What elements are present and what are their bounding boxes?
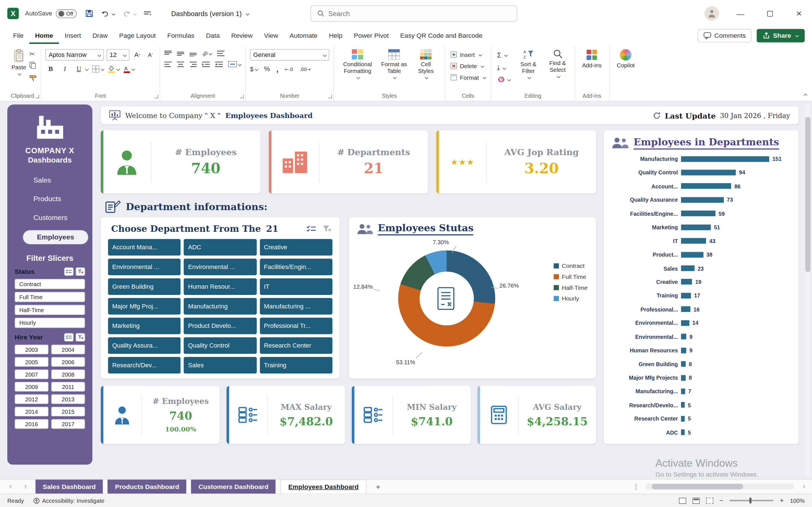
sheet-tab[interactable]: Products Dashboard	[108, 480, 186, 494]
decrease-indent-button[interactable]	[202, 61, 210, 67]
scroll-right-button[interactable]	[802, 485, 805, 489]
vertical-scrollbar[interactable]	[805, 103, 811, 477]
sort-filter-button[interactable]: AZ Sort & Filter	[515, 47, 542, 81]
align-right-button[interactable]	[190, 61, 197, 67]
department-button[interactable]: Environmental ...	[184, 259, 257, 275]
hire-year-option[interactable]: 2016	[15, 419, 49, 429]
minimize-button[interactable]: —	[733, 6, 749, 21]
align-left-button[interactable]	[164, 61, 172, 67]
department-button[interactable]: Human Resour...	[184, 278, 257, 295]
department-button[interactable]: ADC	[184, 239, 257, 256]
zoom-in-button[interactable]: +	[780, 497, 784, 504]
underline-button[interactable]: U	[73, 64, 84, 75]
workbook-name-menu[interactable]: Dashboards (version 1)	[171, 10, 249, 17]
zoom-slider[interactable]	[730, 500, 773, 501]
next-sheet-button[interactable]	[23, 485, 27, 489]
bar[interactable]	[681, 348, 686, 353]
increase-indent-button[interactable]	[215, 61, 223, 67]
fill-button[interactable]: ⤓	[496, 63, 512, 72]
bar[interactable]	[681, 224, 711, 230]
bar[interactable]	[681, 402, 684, 408]
orientation-button[interactable]: ab	[202, 51, 212, 56]
insert-cells-button[interactable]: Insert	[449, 50, 483, 59]
autosum-button[interactable]: Σ	[496, 50, 512, 60]
department-button[interactable]: Account Mana...	[108, 239, 181, 256]
hire-year-option[interactable]: 2004	[51, 344, 85, 354]
sheet-options-button[interactable]: ⋮	[632, 483, 639, 491]
bar[interactable]	[681, 320, 689, 326]
hire-year-option[interactable]: 2011	[51, 382, 85, 392]
hire-year-option[interactable]: 2007	[15, 369, 49, 379]
ribbon-tab[interactable]: Insert	[59, 27, 87, 44]
department-button[interactable]: Marketing	[108, 318, 181, 334]
font-size-combo[interactable]: 12	[107, 49, 130, 60]
autosave-control[interactable]: AutoSave Off	[25, 9, 77, 18]
department-button[interactable]: IT	[260, 278, 333, 295]
save-button[interactable]	[85, 9, 94, 17]
page-break-view-button[interactable]	[706, 497, 713, 504]
bar[interactable]	[681, 361, 686, 367]
bar[interactable]	[681, 334, 686, 339]
hire-year-option[interactable]: 2014	[15, 407, 49, 416]
bar[interactable]	[681, 211, 715, 216]
accounting-format-button[interactable]: $	[250, 65, 258, 73]
cut-button[interactable]: ✂	[29, 50, 37, 58]
hire-year-option[interactable]: 2017	[51, 419, 85, 429]
center-button[interactable]	[177, 61, 185, 67]
underline-options-chevron[interactable]	[85, 67, 89, 71]
bar[interactable]	[681, 375, 686, 381]
sidebar-nav-item[interactable]: Products	[7, 192, 93, 206]
department-button[interactable]: Facilities/Engin...	[260, 259, 333, 275]
bar[interactable]	[681, 156, 769, 162]
merge-center-button[interactable]	[228, 61, 241, 67]
department-button[interactable]: Product Develo...	[184, 318, 257, 334]
italic-button[interactable]: I	[59, 64, 70, 75]
hire-year-option[interactable]: 2005	[15, 357, 49, 367]
refresh-icon[interactable]	[653, 112, 661, 119]
paste-button[interactable]: Paste	[8, 47, 29, 77]
horizontal-scrollbar[interactable]	[646, 484, 795, 489]
quick-access-customize-button[interactable]	[144, 10, 151, 17]
status-option[interactable]: Full Time	[15, 292, 85, 302]
increase-decimal-button[interactable]: ←.0	[285, 66, 293, 71]
comma-style-button[interactable]: ,	[276, 65, 278, 73]
status-option[interactable]: Hourly	[15, 318, 85, 328]
search-input[interactable]	[328, 10, 511, 17]
bar[interactable]	[681, 183, 731, 189]
sidebar-nav-item[interactable]: Employees	[23, 230, 88, 244]
search-box[interactable]	[310, 5, 517, 22]
font-color-button[interactable]: A	[123, 65, 135, 73]
delete-cells-button[interactable]: Delete	[449, 62, 485, 70]
bar[interactable]	[681, 170, 736, 175]
fill-color-button[interactable]	[108, 65, 120, 73]
ribbon-tab[interactable]: Page Layout	[113, 27, 161, 44]
autosave-toggle[interactable]: Off	[56, 9, 77, 18]
format-painter-button[interactable]	[29, 74, 37, 83]
find-select-button[interactable]: Find & Select	[545, 47, 570, 80]
alignment-dialog-launcher[interactable]	[240, 95, 244, 98]
sidebar-nav-item[interactable]: Customers	[7, 211, 93, 225]
ribbon-tab[interactable]: Automate	[284, 27, 323, 44]
department-button[interactable]: Manufacturing	[184, 298, 257, 315]
comments-button[interactable]: Comments	[698, 29, 751, 42]
bar[interactable]	[681, 293, 691, 298]
number-format-combo[interactable]: General	[250, 49, 329, 60]
percent-style-button[interactable]: %	[264, 65, 270, 73]
addins-button[interactable]: Add-ins	[579, 47, 605, 71]
bar[interactable]	[681, 279, 692, 285]
multiselect-icon[interactable]	[64, 268, 73, 276]
ribbon-tab[interactable]: File	[7, 27, 29, 44]
middle-align-button[interactable]	[177, 51, 185, 56]
hire-year-option[interactable]: 2008	[51, 369, 85, 379]
hire-year-option[interactable]: 2009	[15, 382, 49, 392]
status-option[interactable]: Contract	[15, 279, 85, 289]
department-button[interactable]: Research Center	[260, 337, 333, 354]
ribbon-tab[interactable]: Help	[323, 27, 348, 44]
department-button[interactable]: Environmental ...	[108, 259, 181, 275]
cell-styles-button[interactable]: Cell Styles	[411, 47, 441, 81]
sheet-tab[interactable]: Customers Dashboard	[191, 480, 276, 494]
status-option[interactable]: Half-Time	[15, 305, 85, 315]
decrease-font-size-button[interactable]: Aˇ	[145, 49, 156, 60]
bar[interactable]	[681, 416, 684, 421]
bold-button[interactable]: B	[45, 64, 56, 75]
